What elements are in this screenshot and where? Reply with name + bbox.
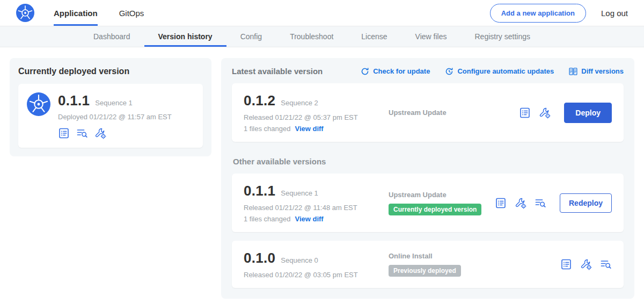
configure-automatic-updates-link[interactable]: Configure automatic updates [445, 67, 554, 76]
version-row-0-1-2: 0.1.2 Sequence 2 Released 01/21/22 @ 05:… [232, 83, 624, 142]
version-source: Online Install Previously deployed [381, 252, 560, 277]
redeploy-button[interactable]: Redeploy [560, 193, 612, 213]
check-for-update-link[interactable]: Check for update [361, 67, 430, 76]
deploy-logs-icon[interactable] [76, 127, 88, 139]
subnav-item-license[interactable]: License [347, 26, 401, 47]
deployed-actions [58, 127, 172, 139]
auto-update-icon [445, 67, 453, 76]
diff-versions-link[interactable]: Diff versions [569, 67, 624, 76]
other-versions-title: Other available versions [233, 157, 623, 166]
version-number: 0.1.2 [244, 92, 275, 109]
version-row-0-1-1: 0.1.1 Sequence 1 Released 01/21/22 @ 11:… [232, 174, 624, 232]
latest-version-title: Latest available version [232, 67, 323, 76]
config-wrench-icon[interactable] [515, 197, 526, 209]
version-info: 0.1.2 Sequence 2 Released 01/21/22 @ 05:… [244, 92, 381, 133]
currently-deployed-title: Currently deployed version [18, 67, 203, 76]
released-timestamp: Released 01/21/22 @ 05:37 pm EST [244, 113, 381, 121]
header-right: Add a new application Log out [490, 4, 628, 23]
source-label: Upstream Update [389, 109, 519, 117]
subnav-item-view-files[interactable]: View files [401, 26, 461, 47]
source-label: Upstream Update [389, 191, 495, 199]
tab-gitops[interactable]: GitOps [119, 0, 144, 26]
release-notes-icon[interactable] [495, 197, 507, 209]
subnav-item-registry-settings[interactable]: Registry settings [460, 26, 544, 47]
version-row-0-1-0: 0.1.0 Sequence 0 Released 01/20/22 @ 03:… [232, 241, 624, 288]
version-sequence: Sequence 2 [281, 99, 318, 107]
view-diff-link[interactable]: View diff [295, 215, 323, 223]
deployed-version-card: 0.1.1 Sequence 1 Deployed 01/21/22 @ 11:… [18, 84, 203, 148]
version-info: 0.1.1 Sequence 1 Released 01/21/22 @ 11:… [244, 183, 381, 223]
add-application-button[interactable]: Add a new application [490, 4, 586, 23]
source-label: Online Install [389, 252, 560, 260]
app-icon [27, 92, 50, 116]
app-subnav: Dashboard Version history Config Trouble… [0, 26, 644, 47]
version-history-panel: Latest available version Check for updat… [221, 58, 634, 299]
deploy-logs-icon[interactable] [600, 258, 612, 270]
version-sequence: Sequence 1 [281, 189, 318, 197]
deployed-version-info: 0.1.1 Sequence 1 Deployed 01/21/22 @ 11:… [58, 92, 172, 139]
version-info: 0.1.0 Sequence 0 Released 01/20/22 @ 03:… [244, 250, 381, 279]
subnav-item-troubleshoot[interactable]: Troubleshoot [276, 26, 347, 47]
config-wrench-icon[interactable] [94, 127, 106, 139]
version-number: 0.1.0 [244, 250, 275, 266]
latest-version-header: Latest available version Check for updat… [232, 67, 624, 76]
refresh-icon [361, 67, 369, 76]
files-changed: 1 files changed [244, 215, 290, 223]
top-header: Application GitOps Add a new application… [0, 0, 644, 26]
tab-application-label: Application [54, 9, 98, 18]
app-nav-tabs: Application GitOps [54, 0, 165, 26]
release-notes-icon[interactable] [58, 127, 70, 139]
tab-application[interactable]: Application [54, 0, 98, 26]
kubernetes-logo [16, 4, 34, 22]
main-content: Currently deployed version 0.1.1 Sequenc… [0, 47, 644, 303]
config-wrench-icon[interactable] [539, 107, 551, 119]
version-sequence: Sequence 0 [281, 256, 318, 264]
release-notes-icon[interactable] [560, 258, 572, 270]
release-notes-icon[interactable] [519, 107, 531, 119]
released-timestamp: Released 01/21/22 @ 11:48 am EST [244, 204, 381, 212]
version-row-actions: Redeploy [495, 193, 612, 213]
tab-gitops-label: GitOps [119, 9, 144, 18]
view-diff-link[interactable]: View diff [295, 125, 323, 133]
files-changed: 1 files changed [244, 125, 290, 133]
logout-link[interactable]: Log out [601, 9, 628, 18]
subnav-item-version-history[interactable]: Version history [144, 26, 226, 47]
version-source: Upstream Update Currently deployed versi… [381, 191, 495, 215]
version-row-actions [560, 258, 612, 270]
version-source: Upstream Update [381, 109, 519, 117]
config-wrench-icon[interactable] [580, 258, 592, 270]
deployed-timestamp: Deployed 01/21/22 @ 11:57 am EST [58, 113, 172, 121]
deploy-button[interactable]: Deploy [564, 103, 612, 123]
previously-deployed-badge: Previously deployed [389, 265, 461, 277]
diff-icon [569, 67, 577, 76]
version-actions: Check for update Configure automatic upd… [361, 67, 624, 76]
deploy-logs-icon[interactable] [535, 197, 546, 209]
deployed-sequence: Sequence 1 [95, 99, 132, 107]
subnav-item-dashboard[interactable]: Dashboard [79, 26, 144, 47]
version-row-actions: Deploy [519, 103, 612, 123]
subnav-item-config[interactable]: Config [226, 26, 276, 47]
deployed-version-number: 0.1.1 [58, 92, 90, 109]
currently-deployed-panel: Currently deployed version 0.1.1 Sequenc… [10, 58, 211, 156]
released-timestamp: Released 01/20/22 @ 03:05 pm EST [244, 271, 381, 279]
version-number: 0.1.1 [244, 183, 275, 199]
currently-deployed-badge: Currently deployed version [389, 204, 481, 215]
